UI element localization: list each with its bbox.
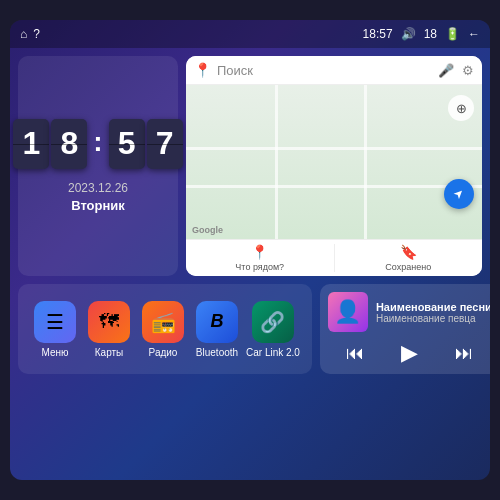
clock-widget: 1 8 : 5 7 2023.12.26 Вторник xyxy=(18,56,178,276)
hour-tens: 1 xyxy=(13,119,49,169)
volume-icon: 🔊 xyxy=(401,27,416,41)
google-logo: Google xyxy=(192,225,223,235)
app-icon[interactable]: ? xyxy=(33,27,40,41)
music-prev-button[interactable]: ⏮ xyxy=(338,341,372,366)
radio-icon-symbol: 📻 xyxy=(151,310,176,334)
road-h2 xyxy=(186,185,482,188)
status-left: ⌂ ? xyxy=(20,27,40,41)
status-right: 18:57 🔊 18 🔋 ← xyxy=(363,27,480,41)
app-item-radio[interactable]: 📻 Радио xyxy=(138,301,188,358)
clock-day: Вторник xyxy=(71,198,125,213)
home-icon[interactable]: ⌂ xyxy=(20,27,27,41)
saved-button[interactable]: 🔖 Сохранено xyxy=(335,240,483,276)
nearby-icon: 📍 xyxy=(251,244,268,260)
music-play-button[interactable]: ▶ xyxy=(393,338,426,368)
music-info: Наименование песни Наименование певца xyxy=(376,301,490,324)
maps-app-icon: 🗺 xyxy=(88,301,130,343)
app-item-menu[interactable]: ☰ Меню xyxy=(30,301,80,358)
maps-app-label: Карты xyxy=(95,347,124,358)
map-pin-icon: 📍 xyxy=(194,62,211,78)
map-search-text[interactable]: Поиск xyxy=(217,63,432,78)
road-v2 xyxy=(364,85,367,239)
carlink-icon-symbol: 🔗 xyxy=(260,310,285,334)
status-bar: ⌂ ? 18:57 🔊 18 🔋 ← xyxy=(10,20,490,48)
saved-icon: 🔖 xyxy=(400,244,417,260)
music-top: 👤 Наименование песни Наименование певца xyxy=(328,292,490,332)
map-area[interactable]: ⊕ ➤ Google xyxy=(186,85,482,239)
app-grid: ☰ Меню 🗺 Карты 📻 Радио xyxy=(18,284,312,374)
battery-icon: 🔋 xyxy=(445,27,460,41)
navigate-fab[interactable]: ➤ xyxy=(444,179,474,209)
menu-app-icon: ☰ xyxy=(34,301,76,343)
nearby-button[interactable]: 📍 Что рядом? xyxy=(186,240,334,276)
bottom-row: ☰ Меню 🗺 Карты 📻 Радио xyxy=(18,284,482,374)
app-item-maps[interactable]: 🗺 Карты xyxy=(84,301,134,358)
zoom-icon[interactable]: ⊕ xyxy=(448,95,474,121)
device-frame: ⌂ ? 18:57 🔊 18 🔋 ← 1 8 : xyxy=(10,20,490,480)
bluetooth-app-label: Bluetooth xyxy=(196,347,238,358)
app-item-bluetooth[interactable]: B Bluetooth xyxy=(192,301,242,358)
min-ones: 7 xyxy=(147,119,183,169)
saved-label: Сохранено xyxy=(385,262,431,272)
nearby-label: Что рядом? xyxy=(235,262,284,272)
min-tens: 5 xyxy=(109,119,145,169)
road-h1 xyxy=(186,147,482,150)
flip-clock: 1 8 : 5 7 xyxy=(13,119,182,169)
album-art-image: 👤 xyxy=(334,299,361,325)
music-controls: ⏮ ▶ ⏭ xyxy=(328,338,490,368)
music-album-art: 👤 xyxy=(328,292,368,332)
map-settings-icon[interactable]: ⚙ xyxy=(462,63,474,78)
maps-icon-symbol: 🗺 xyxy=(99,310,119,333)
main-area: 1 8 : 5 7 2023.12.26 Вторник 📍 Поиск xyxy=(10,48,490,480)
menu-icon-symbol: ☰ xyxy=(46,310,64,334)
clock-date: 2023.12.26 xyxy=(68,179,128,198)
map-bottom-bar: 📍 Что рядом? 🔖 Сохранено xyxy=(186,239,482,276)
music-widget: 👤 Наименование песни Наименование певца … xyxy=(320,284,490,374)
carlink-app-label: Car Link 2.0 xyxy=(246,347,300,358)
bluetooth-app-icon: B xyxy=(196,301,238,343)
battery-level: 18 xyxy=(424,27,437,41)
map-widget[interactable]: 📍 Поиск 🎤 ⚙ ⊕ ➤ xyxy=(186,56,482,276)
menu-app-label: Меню xyxy=(41,347,68,358)
bluetooth-icon-symbol: B xyxy=(211,311,224,332)
road-v1 xyxy=(275,85,278,239)
hour-ones: 8 xyxy=(51,119,87,169)
hours-group: 1 8 xyxy=(13,119,87,169)
app-item-carlink[interactable]: 🔗 Car Link 2.0 xyxy=(246,301,300,358)
music-title: Наименование песни xyxy=(376,301,490,313)
top-row: 1 8 : 5 7 2023.12.26 Вторник 📍 Поиск xyxy=(18,56,482,276)
status-time: 18:57 xyxy=(363,27,393,41)
minutes-group: 5 7 xyxy=(109,119,183,169)
voice-search-icon[interactable]: 🎤 xyxy=(438,63,454,78)
map-search-bar[interactable]: 📍 Поиск 🎤 ⚙ xyxy=(186,56,482,85)
music-artist: Наименование певца xyxy=(376,313,490,324)
navigate-icon: ➤ xyxy=(451,186,468,203)
carlink-app-icon: 🔗 xyxy=(252,301,294,343)
map-search-actions: 🎤 ⚙ xyxy=(438,63,474,78)
clock-colon: : xyxy=(93,126,102,162)
music-next-button[interactable]: ⏭ xyxy=(447,341,481,366)
radio-app-label: Радио xyxy=(149,347,178,358)
back-icon[interactable]: ← xyxy=(468,27,480,41)
radio-app-icon: 📻 xyxy=(142,301,184,343)
